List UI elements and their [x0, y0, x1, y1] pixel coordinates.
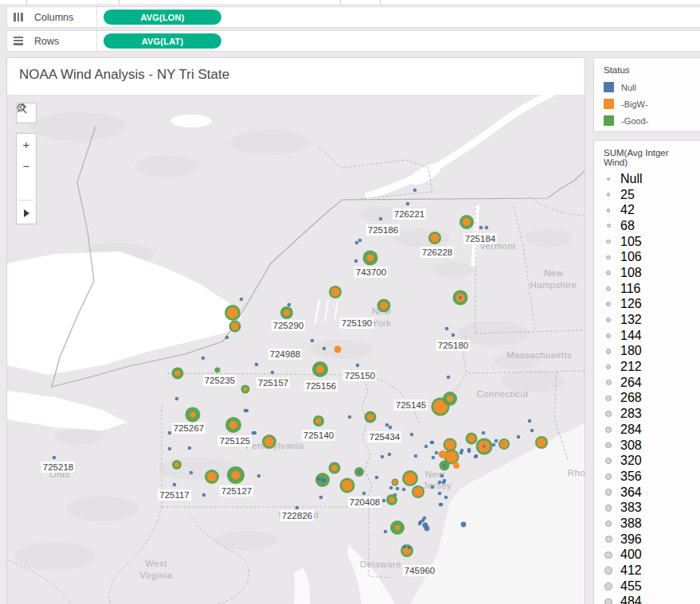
map-area[interactable]: VermontNewHampshireMassachusettsConnecti…	[7, 95, 585, 604]
wind-mark[interactable]	[264, 437, 274, 446]
wind-mark[interactable]	[331, 465, 338, 471]
size-legend-item-144[interactable]: 144	[594, 328, 700, 344]
zoom-out-button[interactable]: −	[17, 155, 36, 177]
station-dot[interactable]	[175, 397, 179, 401]
station-dot[interactable]	[358, 239, 362, 243]
size-legend-item-383[interactable]: 383	[594, 500, 700, 516]
station-dot[interactable]	[379, 217, 383, 221]
station-dot[interactable]	[168, 431, 172, 435]
station-dot[interactable]	[431, 485, 435, 489]
station-dot[interactable]	[375, 476, 379, 480]
station-dot[interactable]	[445, 327, 449, 331]
wind-mark[interactable]	[467, 434, 475, 442]
wind-mark[interactable]	[367, 255, 374, 262]
station-dot[interactable]	[168, 447, 172, 451]
wind-mark[interactable]	[342, 480, 353, 491]
size-legend-item-null[interactable]: Null	[594, 171, 700, 187]
station-dot[interactable]	[440, 474, 444, 478]
size-legend-item-308[interactable]: 308	[594, 438, 700, 454]
status-legend-item-null[interactable]: Null	[594, 79, 700, 95]
wind-mark[interactable]	[227, 307, 238, 318]
wind-mark[interactable]	[358, 470, 361, 473]
station-dot[interactable]	[323, 479, 327, 483]
station-dot[interactable]	[257, 474, 261, 478]
wind-mark[interactable]	[231, 322, 239, 330]
station-dot[interactable]	[381, 455, 385, 459]
size-legend-item-106[interactable]: 106	[594, 249, 700, 265]
station-dot[interactable]	[389, 486, 393, 490]
size-legend-item-25[interactable]: 25	[594, 187, 700, 203]
station-dot[interactable]	[438, 492, 442, 496]
pill-avg-lat[interactable]: AVG(LAT)	[104, 33, 221, 49]
station-dot[interactable]	[356, 364, 360, 368]
station-dot[interactable]	[295, 506, 299, 510]
station-dot[interactable]	[485, 226, 489, 230]
size-legend-item-108[interactable]: 108	[594, 265, 700, 281]
size-legend-item-356[interactable]: 356	[594, 469, 700, 485]
wind-mark[interactable]	[439, 450, 447, 458]
size-legend-item-126[interactable]: 126	[594, 297, 700, 313]
size-legend-item-268[interactable]: 268	[594, 391, 700, 407]
wind-mark[interactable]	[453, 462, 459, 469]
station-dot[interactable]	[444, 496, 448, 500]
size-legend-item-412[interactable]: 412	[594, 563, 700, 579]
size-legend-item-320[interactable]: 320	[594, 453, 700, 469]
size-legend-item-264[interactable]: 264	[594, 375, 700, 391]
wind-mark[interactable]	[463, 218, 471, 226]
wind-mark[interactable]	[232, 471, 241, 480]
station-dot[interactable]	[439, 503, 443, 507]
station-dot[interactable]	[528, 419, 532, 423]
station-dot[interactable]	[384, 530, 388, 534]
station-dot[interactable]	[188, 446, 192, 450]
wind-mark[interactable]	[393, 480, 397, 485]
station-dot[interactable]	[53, 456, 57, 460]
station-dot[interactable]	[452, 333, 456, 337]
wind-mark[interactable]	[431, 234, 440, 243]
station-dot[interactable]	[408, 546, 412, 550]
station-dot[interactable]	[424, 445, 428, 449]
station-dot[interactable]	[287, 303, 291, 307]
station-dot[interactable]	[173, 483, 177, 487]
size-legend-item-68[interactable]: 68	[594, 218, 700, 234]
size-legend-item-396[interactable]: 396	[594, 532, 700, 547]
wind-mark[interactable]	[446, 451, 458, 463]
wind-mark[interactable]	[174, 462, 179, 467]
pin-button[interactable]	[17, 177, 36, 198]
station-dot[interactable]	[402, 488, 406, 492]
station-dot[interactable]	[495, 439, 499, 443]
station-dot[interactable]	[459, 451, 463, 455]
station-dot-large[interactable]	[423, 523, 428, 528]
wind-mark[interactable]	[215, 368, 221, 373]
station-dot[interactable]	[479, 226, 483, 230]
station-dot[interactable]	[442, 481, 446, 485]
station-dot[interactable]	[255, 363, 259, 367]
wind-mark[interactable]	[537, 438, 546, 447]
toolbar-expand-button[interactable]	[17, 202, 36, 224]
station-dot[interactable]	[388, 453, 392, 457]
wind-mark[interactable]	[244, 388, 248, 392]
wind-mark[interactable]	[175, 371, 181, 376]
size-legend-item-455[interactable]: 455	[594, 579, 700, 594]
wind-mark[interactable]	[207, 472, 217, 481]
station-dot[interactable]	[467, 450, 471, 454]
station-dot[interactable]	[447, 376, 451, 380]
size-legend-item-283[interactable]: 283	[594, 406, 700, 422]
wind-mark[interactable]	[500, 440, 508, 448]
wind-mark[interactable]	[405, 473, 416, 485]
station-dot[interactable]	[245, 409, 249, 413]
status-legend-item-bigw[interactable]: -BigW-	[594, 95, 700, 112]
wind-mark[interactable]	[367, 414, 373, 420]
wind-mark[interactable]	[331, 288, 340, 297]
size-legend-item-105[interactable]: 105	[594, 234, 700, 250]
station-dot[interactable]	[385, 423, 389, 427]
wind-mark[interactable]	[316, 419, 322, 424]
size-legend-item-180[interactable]: 180	[594, 344, 700, 360]
station-dot[interactable]	[396, 487, 400, 491]
station-dot[interactable]	[355, 241, 359, 245]
station-dot[interactable]	[413, 189, 417, 193]
size-legend-item-484[interactable]: 484	[594, 594, 700, 604]
size-legend-item-116[interactable]: 116	[594, 281, 700, 297]
wind-mark[interactable]	[447, 396, 453, 402]
station-dot[interactable]	[190, 471, 194, 475]
station-dot[interactable]	[225, 336, 229, 340]
